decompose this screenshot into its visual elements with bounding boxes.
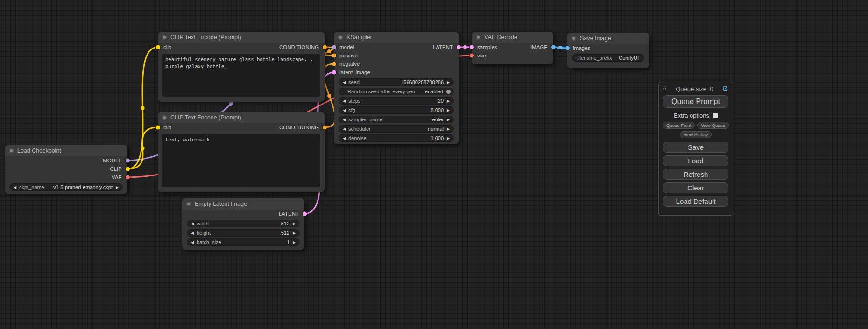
increment-arrow-icon[interactable]: ▶: [292, 240, 296, 245]
node-save-image[interactable]: Save Image images filename_prefix ComfyU…: [567, 33, 649, 68]
decrement-arrow-icon[interactable]: ◀: [190, 231, 195, 235]
decrement-arrow-icon[interactable]: ◀: [13, 185, 17, 189]
node-title-bar[interactable]: Load Checkpoint: [5, 145, 127, 156]
input-label-negative: negative: [339, 61, 360, 67]
decrement-arrow-icon[interactable]: ◀: [342, 108, 346, 112]
node-title-bar[interactable]: CLIP Text Encode (Prompt): [158, 32, 325, 43]
node-title-bar[interactable]: Empty Latent Image: [182, 198, 304, 210]
view-queue-button[interactable]: View Queue: [697, 122, 729, 129]
node-clip-text-encode-negative[interactable]: CLIP Text Encode (Prompt) clip CONDITION…: [158, 112, 325, 192]
height-widget[interactable]: ◀ height 512 ▶: [187, 229, 300, 237]
seed-widget[interactable]: ◀ seed 156680208700286 ▶: [339, 78, 454, 86]
increment-arrow-icon[interactable]: ▶: [292, 222, 296, 226]
decrement-arrow-icon[interactable]: ◀: [342, 127, 346, 131]
view-history-row: View History: [663, 130, 728, 138]
output-slot-latent[interactable]: [457, 45, 461, 49]
decrement-arrow-icon[interactable]: ◀: [342, 99, 346, 103]
decrement-arrow-icon[interactable]: ◀: [190, 240, 195, 245]
widget-value: 8.000: [430, 107, 444, 113]
save-button[interactable]: Save: [663, 142, 728, 153]
input-slot-vae[interactable]: [470, 54, 474, 58]
input-slot-latent-image[interactable]: [332, 70, 336, 75]
increment-arrow-icon[interactable]: ▶: [115, 185, 120, 189]
input-slot-negative[interactable]: [332, 62, 336, 66]
input-slot-samples[interactable]: [470, 45, 474, 49]
queue-panel-header: ⠿ Queue size: 0 ⚙: [663, 84, 728, 94]
increment-arrow-icon[interactable]: ▶: [446, 108, 451, 112]
filename-prefix-widget[interactable]: filename_prefix ComfyUI: [572, 54, 644, 62]
node-clip-text-encode-positive[interactable]: CLIP Text Encode (Prompt) clip CONDITION…: [158, 32, 325, 102]
random-seed-toggle-widget[interactable]: Random seed after every gen enabled: [339, 88, 454, 95]
collapse-icon[interactable]: [162, 35, 167, 40]
gear-icon[interactable]: ⚙: [722, 84, 728, 93]
collapse-icon[interactable]: [476, 35, 480, 40]
collapse-icon[interactable]: [162, 115, 167, 120]
node-title-bar[interactable]: CLIP Text Encode (Prompt): [158, 112, 325, 123]
toggle-dot-icon[interactable]: [446, 90, 451, 94]
node-load-checkpoint[interactable]: Load Checkpoint MODEL CLIP VAE ◀ ckpt_na…: [5, 145, 127, 194]
ckpt-name-widget[interactable]: ◀ ckpt_name v1-5-pruned-emaonly.ckpt ▶: [9, 183, 123, 191]
collapse-icon[interactable]: [186, 202, 191, 206]
cfg-widget[interactable]: ◀ cfg 8.000 ▶: [339, 106, 454, 114]
input-slot-images[interactable]: [565, 46, 570, 50]
extra-options-label: Extra options: [674, 112, 709, 119]
increment-arrow-icon[interactable]: ▶: [446, 80, 451, 84]
collapse-icon[interactable]: [572, 36, 576, 41]
collapse-icon[interactable]: [9, 148, 14, 153]
input-slot-positive[interactable]: [332, 54, 336, 58]
input-label-samples: samples: [477, 44, 497, 50]
widget-label: width: [197, 221, 209, 226]
increment-arrow-icon[interactable]: ▶: [446, 127, 451, 131]
widget-value: 512: [281, 230, 289, 236]
increment-arrow-icon[interactable]: ▶: [446, 136, 451, 140]
width-widget[interactable]: ◀ width 512 ▶: [187, 220, 300, 227]
clear-button[interactable]: Clear: [663, 182, 728, 193]
view-history-button[interactable]: View History: [680, 131, 712, 138]
slot-row: model LATENT: [334, 43, 459, 51]
output-slot-model[interactable]: [126, 159, 130, 163]
node-empty-latent-image[interactable]: Empty Latent Image LATENT ◀ width 512 ▶ …: [182, 198, 304, 250]
increment-arrow-icon[interactable]: ▶: [446, 99, 451, 103]
load-button[interactable]: Load: [663, 155, 728, 166]
output-slot-clip[interactable]: [126, 167, 130, 171]
denoise-widget[interactable]: ◀ denoise 1.000 ▶: [339, 134, 454, 142]
extra-options-checkbox[interactable]: [713, 113, 718, 118]
output-slot-conditioning[interactable]: [323, 45, 327, 49]
link-midpoint-dot: [229, 102, 233, 106]
output-slot-latent[interactable]: [303, 212, 307, 216]
node-title-bar[interactable]: VAE Decode: [472, 32, 553, 43]
batch-size-widget[interactable]: ◀ batch_size 1 ▶: [187, 238, 300, 246]
widget-value: 512: [281, 221, 289, 226]
input-label-positive: positive: [339, 53, 358, 58]
scheduler-widget[interactable]: ◀ scheduler normal ▶: [339, 125, 454, 133]
decrement-arrow-icon[interactable]: ◀: [342, 136, 346, 140]
node-vae-decode[interactable]: VAE Decode samples IMAGE vae: [472, 32, 553, 64]
drag-handle-icon[interactable]: ⠿: [663, 86, 667, 92]
node-title-bar[interactable]: Save Image: [567, 33, 649, 44]
input-slot-clip[interactable]: [156, 45, 160, 49]
output-slot-vae[interactable]: [126, 175, 130, 180]
sampler-name-widget[interactable]: ◀ sampler_name euler ▶: [339, 116, 454, 123]
output-slot-conditioning[interactable]: [323, 126, 327, 130]
decrement-arrow-icon[interactable]: ◀: [342, 118, 346, 122]
graph-canvas[interactable]: Load Checkpoint MODEL CLIP VAE ◀ ckpt_na…: [0, 0, 868, 329]
increment-arrow-icon[interactable]: ▶: [446, 118, 451, 122]
positive-prompt-textarea[interactable]: beautiful scenery nature glass bottle la…: [162, 54, 320, 97]
input-slot-model[interactable]: [332, 45, 336, 49]
node-title-bar[interactable]: KSampler: [334, 32, 459, 43]
refresh-button[interactable]: Refresh: [663, 169, 728, 180]
queue-front-button[interactable]: Queue Front: [663, 122, 695, 129]
node-ksampler[interactable]: KSampler model LATENT positive negative …: [334, 32, 459, 144]
output-slot-image[interactable]: [551, 45, 556, 49]
negative-prompt-textarea[interactable]: text, watermark: [162, 134, 320, 187]
increment-arrow-icon[interactable]: ▶: [292, 231, 296, 235]
decrement-arrow-icon[interactable]: ◀: [342, 80, 346, 84]
input-label-images: images: [573, 45, 590, 51]
decrement-arrow-icon[interactable]: ◀: [190, 222, 195, 226]
queue-prompt-button[interactable]: Queue Prompt: [663, 95, 728, 108]
input-slot-clip[interactable]: [156, 126, 160, 130]
steps-widget[interactable]: ◀ steps 20 ▶: [339, 97, 454, 105]
output-label-image: IMAGE: [530, 44, 548, 50]
collapse-icon[interactable]: [338, 35, 343, 40]
load-default-button[interactable]: Load Default: [663, 196, 728, 207]
